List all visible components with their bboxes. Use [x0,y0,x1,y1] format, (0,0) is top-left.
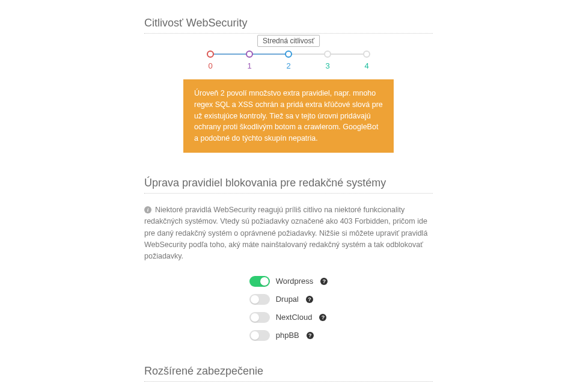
slider-label-2: 2 [286,61,290,70]
cms-toggle-wordpress[interactable] [249,276,270,287]
toggle-knob [260,277,269,286]
help-icon[interactable]: ? [307,332,314,339]
toggle-knob [251,313,259,322]
slider-label-1: 1 [247,61,251,70]
cms-row: Drupal? [249,294,328,305]
slider-stop-1[interactable] [246,51,253,58]
cms-label: NextCloud [276,313,313,322]
slider-label-0: 0 [208,61,212,70]
sensitivity-section: Citlivosť WebSecurity Stredná citlivosť … [144,17,433,153]
slider-stop-3[interactable] [324,51,331,58]
cms-label: Wordpress [276,277,314,286]
sensitivity-description-box: Úroveň 2 povolí množstvo extra pravidiel… [183,79,394,153]
slider-label-4: 4 [364,61,368,70]
sensitivity-title: Citlivosť WebSecurity [144,17,433,29]
help-icon[interactable]: ? [319,314,326,321]
cms-row: Wordpress? [249,276,328,287]
cms-row: NextCloud? [249,312,328,323]
help-icon[interactable]: ? [306,296,313,303]
divider [144,381,433,382]
info-icon: i [144,206,151,213]
toggle-knob [251,295,259,304]
cms-toggle-list: Wordpress?Drupal?NextCloud?phpBB? [249,276,328,341]
cms-toggle-phpbb[interactable] [249,330,270,341]
slider-stop-4[interactable] [363,51,370,58]
slider-stop-2[interactable] [285,51,292,58]
divider [144,193,433,194]
slider-track[interactable] [210,51,367,58]
slider-stop-0[interactable] [207,51,214,58]
toggle-knob [251,331,259,340]
cms-row: phpBB? [249,330,328,341]
cms-label: phpBB [276,331,299,340]
slider-tooltip: Stredná citlivosť [257,35,320,47]
cms-notice-text: Niektoré pravidlá WebSecurity reagujú pr… [144,206,427,261]
slider-label-3: 3 [325,61,329,70]
help-icon[interactable]: ? [320,278,328,285]
divider [144,33,433,34]
cms-notice: iNiektoré pravidlá WebSecurity reagujú p… [144,204,433,263]
sensitivity-slider[interactable]: Stredná citlivosť 01234 [204,51,373,61]
cms-label: Drupal [276,295,299,304]
cms-toggle-drupal[interactable] [249,294,270,305]
cms-toggle-nextcloud[interactable] [249,312,270,323]
cms-rules-section: Úprava pravidiel blokovania pre redakčné… [144,177,433,341]
advanced-title: Rozšírené zabezpečenie [144,365,433,378]
cms-rules-title: Úprava pravidiel blokovania pre redakčné… [144,177,433,189]
advanced-security-section: Rozšírené zabezpečenie Ochrana pred RFI?… [144,365,433,392]
